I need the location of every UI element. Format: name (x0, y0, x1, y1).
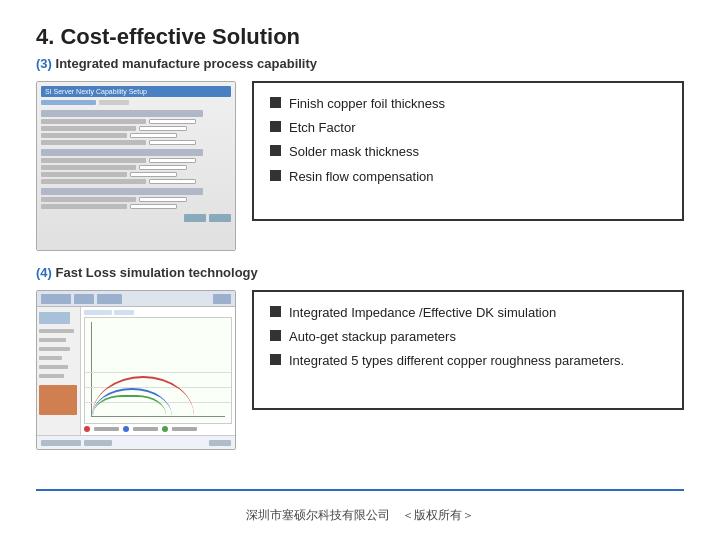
section2-screenshot (36, 290, 236, 450)
section1-label: (3) Integrated manufacture process capab… (36, 56, 684, 71)
bullet2-item-2: Auto-get stackup parameters (270, 328, 666, 346)
bullet-text-3: Solder mask thickness (289, 143, 419, 161)
section1-text: Integrated manufacture process capabilit… (56, 56, 318, 71)
mock-legend (84, 426, 232, 432)
section1-content: SI Server Nexty Capability Setup (36, 81, 684, 251)
bullet2-icon-3 (270, 354, 281, 365)
bullet2-icon-2 (270, 330, 281, 341)
bullet-item-2: Etch Factor (270, 119, 445, 137)
bullet-icon-2 (270, 121, 281, 132)
bullet-item-3: Solder mask thickness (270, 143, 445, 161)
mock-bottom-bar (37, 435, 235, 449)
section2-text: Fast Loss simulation technology (56, 265, 258, 280)
bullet-text-1: Finish copper foil thickness (289, 95, 445, 113)
section2-info-box: Integrated Impedance /Effective DK simul… (252, 290, 684, 410)
footer-text: 深圳市塞硕尔科技有限公司 ＜版权所有＞ (36, 501, 684, 524)
mock-sidebar (37, 307, 81, 435)
bullet2-text-3: Integrated 5 types different copper roug… (289, 352, 624, 370)
bullet-icon-4 (270, 170, 281, 181)
bullet-icon-3 (270, 145, 281, 156)
section2-bullet-list: Integrated Impedance /Effective DK simul… (270, 304, 666, 371)
bullet-item-1: Finish copper foil thickness (270, 95, 445, 113)
mock-titlebar: SI Server Nexty Capability Setup (41, 86, 231, 97)
bullet2-item-1: Integrated Impedance /Effective DK simul… (270, 304, 666, 322)
bullet2-text-2: Auto-get stackup parameters (289, 328, 456, 346)
mock-top-bar (37, 291, 235, 307)
bullet-text-4: Resin flow compensation (289, 168, 434, 186)
bullet-text-2: Etch Factor (289, 119, 355, 137)
section2-label: (4) Fast Loss simulation technology (36, 265, 684, 280)
bullet-icon-1 (270, 97, 281, 108)
mock-section-h2 (41, 149, 203, 156)
section1-num: (3) (36, 56, 52, 71)
mock-chart-content (81, 307, 235, 435)
mock-graph (84, 317, 232, 424)
section2-num: (4) (36, 265, 52, 280)
bullet2-icon-1 (270, 306, 281, 317)
bottom-divider (36, 489, 684, 491)
bullet2-item-3: Integrated 5 types different copper roug… (270, 352, 666, 370)
section1-screenshot: SI Server Nexty Capability Setup (36, 81, 236, 251)
page-title: 4. Cost-effective Solution (36, 24, 684, 50)
bullet2-text-1: Integrated Impedance /Effective DK simul… (289, 304, 556, 322)
mock-section-h1 (41, 110, 203, 117)
mock-section-h3 (41, 188, 203, 195)
main-page: 4. Cost-effective Solution (3) Integrate… (0, 0, 720, 540)
section2-content: Integrated Impedance /Effective DK simul… (36, 290, 684, 489)
section1-info-box: Finish copper foil thickness Etch Factor… (252, 81, 684, 221)
bullet-item-4: Resin flow compensation (270, 168, 445, 186)
section1-bullet-list: Finish copper foil thickness Etch Factor… (270, 95, 445, 192)
